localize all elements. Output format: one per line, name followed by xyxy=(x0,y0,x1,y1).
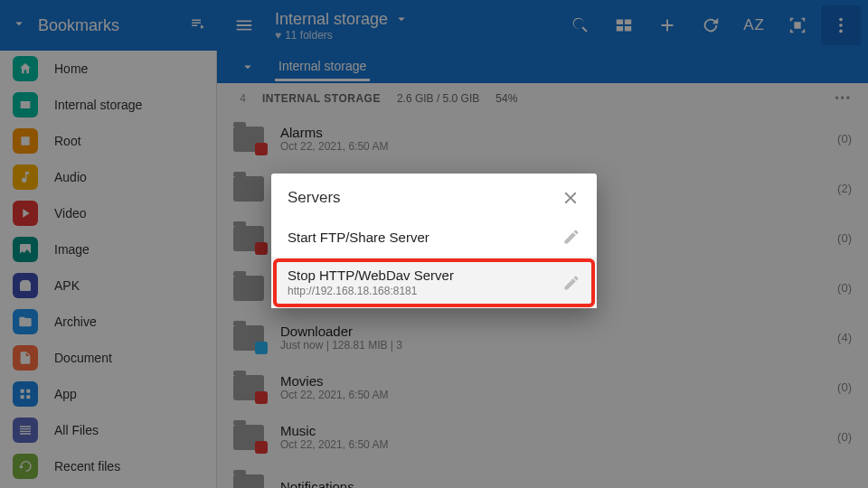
server-item-url: http://192.168.18.168:8181 xyxy=(288,285,562,297)
servers-dialog: Servers Start FTP/Share Server Stop HTTP… xyxy=(271,174,597,308)
server-item-label: Start FTP/Share Server xyxy=(288,230,562,245)
edit-icon[interactable] xyxy=(562,228,580,246)
dialog-title: Servers xyxy=(288,189,561,207)
edit-icon[interactable] xyxy=(562,274,580,292)
server-item-http[interactable]: Stop HTTP/WebDav Server http://192.168.1… xyxy=(271,257,597,308)
close-icon[interactable] xyxy=(561,188,580,208)
server-item-ftp[interactable]: Start FTP/Share Server xyxy=(271,217,597,257)
server-item-label: Stop HTTP/WebDav Server xyxy=(288,267,562,283)
